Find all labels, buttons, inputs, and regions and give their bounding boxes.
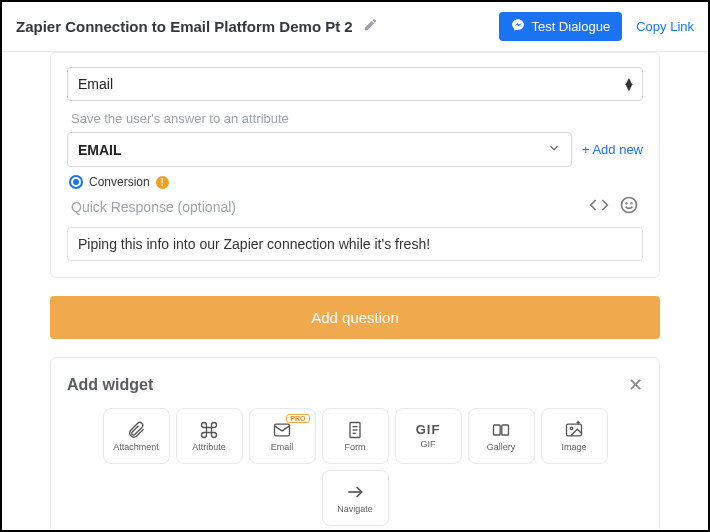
widget-label: Image [561, 443, 586, 452]
widget-form[interactable]: Form [322, 408, 389, 464]
warning-icon[interactable]: ! [156, 176, 169, 189]
top-bar: Zapier Connection to Email Platform Demo… [2, 2, 708, 52]
widget-label: Form [345, 443, 366, 452]
widget-label: Attachment [113, 443, 159, 452]
test-dialogue-label: Test Dialogue [531, 19, 610, 34]
form-icon [345, 420, 365, 440]
image-icon [564, 420, 584, 440]
attribute-value: EMAIL [78, 142, 122, 158]
svg-point-0 [622, 198, 637, 213]
close-icon[interactable]: ✕ [628, 374, 643, 396]
command-icon [199, 420, 219, 440]
widget-label: GIF [421, 440, 436, 449]
add-widget-title: Add widget [67, 376, 153, 394]
sort-icon: ▲▼ [623, 78, 632, 90]
widget-image[interactable]: Image [541, 408, 608, 464]
svg-rect-9 [502, 425, 509, 435]
widget-attribute[interactable]: Attribute [176, 408, 243, 464]
widget-email[interactable]: PRO Email [249, 408, 316, 464]
svg-point-2 [631, 203, 632, 204]
gif-icon: GIF [416, 422, 441, 437]
answer-type-value: Email [78, 76, 113, 92]
attribute-select[interactable]: EMAIL [67, 132, 572, 167]
quick-response-label: Quick Response (optional) [71, 199, 236, 215]
widget-navigate[interactable]: Navigate [322, 470, 389, 526]
widget-label: Gallery [487, 443, 516, 452]
question-card: Email ▲▼ Save the user's answer to an at… [50, 52, 660, 278]
gallery-icon [491, 420, 511, 440]
svg-rect-10 [567, 424, 582, 436]
add-new-attribute[interactable]: + Add new [582, 142, 643, 157]
add-widget-panel: Add widget ✕ Attachment Attribute PRO Em… [50, 357, 660, 532]
edit-title-icon[interactable] [363, 17, 378, 36]
widget-gif[interactable]: GIF GIF [395, 408, 462, 464]
test-dialogue-button[interactable]: Test Dialogue [499, 12, 622, 41]
page-title: Zapier Connection to Email Platform Demo… [16, 18, 353, 35]
conversion-radio[interactable] [69, 175, 83, 189]
widget-label: Email [271, 443, 294, 452]
widget-row-1: Attachment Attribute PRO Email Form GIF [67, 408, 643, 526]
messenger-icon [511, 18, 525, 35]
svg-rect-8 [494, 425, 501, 435]
emoji-icon[interactable] [619, 195, 639, 219]
add-question-button[interactable]: Add question [50, 296, 660, 339]
copy-link[interactable]: Copy Link [636, 19, 694, 34]
conversion-label: Conversion [89, 175, 150, 189]
widget-gallery[interactable]: Gallery [468, 408, 535, 464]
svg-point-11 [570, 427, 573, 430]
widget-attachment[interactable]: Attachment [103, 408, 170, 464]
code-icon[interactable] [589, 195, 609, 219]
widget-label: Navigate [337, 505, 373, 514]
svg-point-1 [626, 203, 627, 204]
quick-response-input[interactable]: Piping this info into our Zapier connect… [67, 227, 643, 261]
widget-label: Attribute [192, 443, 226, 452]
paperclip-icon [126, 420, 146, 440]
arrow-right-icon [345, 482, 365, 502]
chevron-down-icon [547, 141, 561, 158]
svg-rect-3 [275, 424, 290, 436]
save-attribute-label: Save the user's answer to an attribute [71, 111, 643, 126]
answer-type-select[interactable]: Email ▲▼ [67, 67, 643, 101]
pro-badge: PRO [286, 414, 309, 423]
